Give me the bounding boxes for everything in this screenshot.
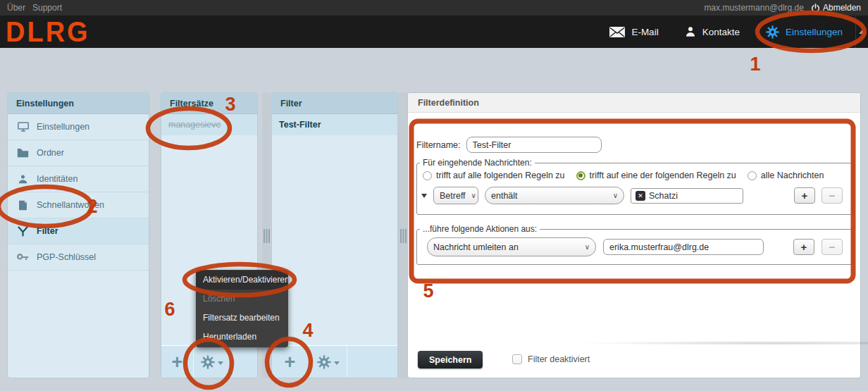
footer-shadow xyxy=(577,341,868,345)
filterset-context-menu: Aktivieren/Deaktivieren Löschen Filtersa… xyxy=(196,270,288,347)
filter-actions-menu-button[interactable] xyxy=(309,346,347,378)
top-strip: Über Support max.mustermann@dlrg.de Abme… xyxy=(0,0,868,15)
sidebar-item-filter[interactable]: Filter xyxy=(8,218,149,244)
about-link[interactable]: Über xyxy=(7,3,25,13)
splitter-grip xyxy=(264,229,265,243)
filterset-row-managesieve[interactable]: managesieve xyxy=(161,114,257,135)
add-rule-button[interactable]: + xyxy=(794,187,815,204)
remove-rule-button[interactable]: − xyxy=(822,187,843,204)
radio-label[interactable]: trifft auf eine der folgenden Regeln zu xyxy=(590,170,736,180)
modifier-icon[interactable]: ✕ xyxy=(636,191,645,201)
taskbar-label: Kontakte xyxy=(702,27,740,37)
radio-label[interactable]: trifft auf alle folgenden Regeln zu xyxy=(436,170,565,180)
filter-disabled-label: Filter deaktiviert xyxy=(528,354,590,364)
sidebar-item-label: Filter xyxy=(37,226,58,236)
annotation-step-number: 1 xyxy=(750,54,760,75)
gear-icon xyxy=(316,354,332,370)
sidebar-item-label: Ordner xyxy=(37,148,64,158)
document-icon xyxy=(16,200,30,211)
taskbar: DLRG E-Mail Kontakte Einstellungen xyxy=(0,15,868,48)
match-type-radios: trifft auf alle folgenden Regeln zu trif… xyxy=(417,168,852,180)
plus-icon: + xyxy=(285,355,296,369)
taskbar-label: Einstellungen xyxy=(786,27,843,37)
rule-row: Betreff ∨ enthält ∨ ✕ Schatzi + − xyxy=(421,187,843,204)
rules-legend: Für eingehende Nachrichten: xyxy=(420,158,535,168)
filters-pane: Filter Test-Filter + xyxy=(271,92,398,378)
rule-value-field[interactable]: ✕ Schatzi xyxy=(631,188,743,204)
splitter-filters-form[interactable] xyxy=(398,92,407,378)
logout-button[interactable]: Abmelden xyxy=(811,3,861,13)
rule-operator-select[interactable]: enthält ∨ xyxy=(485,187,624,204)
footer-spacer xyxy=(347,346,397,378)
chevron-down-icon: ∨ xyxy=(613,192,618,199)
filtersets-footer-toolbar: + xyxy=(161,345,257,378)
chevron-down-icon xyxy=(334,361,340,365)
add-action-button[interactable]: + xyxy=(793,239,814,255)
radio-all-messages[interactable] xyxy=(748,171,757,180)
save-button[interactable]: Speichern xyxy=(418,351,483,368)
add-filter-button[interactable]: + xyxy=(272,346,309,378)
menu-item-edit-filterset[interactable]: Filtersatz bearbeiten xyxy=(196,309,288,328)
dlrg-logo: DLRG xyxy=(6,17,90,46)
logout-label: Abmelden xyxy=(823,3,861,13)
select-value: Nachricht umleiten an xyxy=(433,242,519,252)
menu-item-activate-deactivate[interactable]: Aktivieren/Deaktivieren xyxy=(196,271,288,290)
rules-fieldset: Für eingehende Nachrichten: trifft auf a… xyxy=(416,158,853,215)
filter-disabled-checkbox[interactable] xyxy=(512,354,522,364)
funnel-icon xyxy=(16,225,30,237)
filters-pane-title: Filter xyxy=(272,93,397,114)
sidebar-item-label: PGP-Schlüssel xyxy=(37,252,96,262)
action-type-select[interactable]: Nachricht umleiten an ∨ xyxy=(427,237,596,256)
taskbar-item-contacts[interactable]: Kontakte xyxy=(671,15,752,48)
sidebar-item-label: Identitäten xyxy=(37,174,78,184)
menu-item-delete[interactable]: Löschen xyxy=(196,290,288,309)
filtername-row: Filtername: xyxy=(416,137,602,153)
actions-legend: ...führe folgende Aktionen aus: xyxy=(420,224,540,234)
footer-spacer xyxy=(230,346,257,378)
power-icon xyxy=(811,4,820,13)
taskbar-collapse-button[interactable] xyxy=(855,15,868,48)
filter-row-test-filter[interactable]: Test-Filter xyxy=(272,114,397,135)
taskbar-item-settings[interactable]: Einstellungen xyxy=(752,15,855,48)
chevron-down-icon: ∨ xyxy=(471,192,476,199)
action-row: Nachricht umleiten an ∨ + − xyxy=(427,237,843,256)
filterset-actions-menu-button[interactable] xyxy=(194,346,230,378)
key-icon xyxy=(16,253,30,261)
panel-title: Filterdefinition xyxy=(408,93,860,113)
add-filterset-button[interactable]: + xyxy=(161,346,194,378)
taskbar-label: E-Mail xyxy=(631,27,658,37)
filtersets-pane-title: Filtersätze xyxy=(161,93,257,114)
envelope-icon xyxy=(609,26,626,38)
folder-icon xyxy=(16,148,30,158)
support-link[interactable]: Support xyxy=(32,3,62,13)
menu-item-download[interactable]: Herunterladen xyxy=(196,328,288,347)
rule-header-select[interactable]: Betreff ∨ xyxy=(433,187,478,204)
select-value: Betreff xyxy=(440,191,466,201)
remove-action-button[interactable]: − xyxy=(822,239,843,255)
sidebar-item-ordner[interactable]: Ordner xyxy=(8,140,149,166)
taskbar-item-email[interactable]: E-Mail xyxy=(596,15,671,48)
filters-footer-toolbar: + xyxy=(272,345,397,378)
chevron-down-icon xyxy=(218,361,223,365)
filtername-input[interactable] xyxy=(466,137,602,153)
chevron-down-icon: ∨ xyxy=(585,243,590,251)
sidebar-item-identitaeten[interactable]: Identitäten xyxy=(8,166,149,192)
action-value-input[interactable] xyxy=(603,239,764,255)
person-icon xyxy=(684,25,697,38)
plus-icon: + xyxy=(172,355,183,369)
sidebar-item-label: Schnellantworten xyxy=(37,200,104,210)
chevron-up-icon xyxy=(859,30,866,34)
person-icon xyxy=(16,174,30,185)
radio-label[interactable]: alle Nachrichten xyxy=(761,170,824,180)
radio-all-rules[interactable] xyxy=(423,171,432,180)
splitter-grip xyxy=(400,229,402,243)
sidebar-item-schnellantworten[interactable]: Schnellantworten xyxy=(8,192,149,218)
sidebar-item-einstellungen[interactable]: Einstellungen xyxy=(8,114,149,140)
monitor-icon xyxy=(16,121,30,132)
select-value: enthält xyxy=(491,191,518,201)
rule-collapse-triangle-icon[interactable] xyxy=(421,194,427,198)
rule-value: Schatzi xyxy=(649,191,678,201)
actions-fieldset: ...führe folgende Aktionen aus: Nachrich… xyxy=(416,224,853,265)
sidebar-item-pgp-schluessel[interactable]: PGP-Schlüssel xyxy=(8,244,149,271)
radio-any-rule[interactable] xyxy=(576,171,585,180)
